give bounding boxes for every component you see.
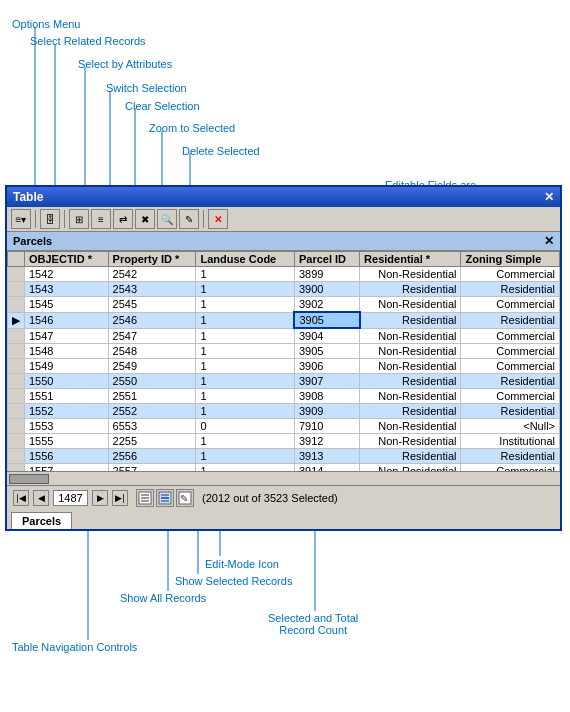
cell-parcelid[interactable]: 3912 xyxy=(294,434,359,449)
cell-propertyid[interactable]: 2552 xyxy=(108,404,196,419)
cell-zoning[interactable]: Residential xyxy=(461,449,560,464)
record-number-input[interactable]: 1487 xyxy=(53,490,88,506)
cell-landuse[interactable]: 1 xyxy=(196,449,295,464)
cell-landuse[interactable]: 0 xyxy=(196,419,295,434)
cell-objectid[interactable]: 1542 xyxy=(25,267,109,282)
cell-landuse[interactable]: 1 xyxy=(196,312,295,328)
cell-zoning[interactable]: Commercial xyxy=(461,389,560,404)
cell-parcelid[interactable]: 3909 xyxy=(294,404,359,419)
first-record-btn[interactable]: |◀ xyxy=(13,490,29,506)
cell-zoning[interactable]: Residential xyxy=(461,374,560,389)
table-row[interactable]: 1555225513912Non-ResidentialInstitutiona… xyxy=(8,434,560,449)
options-menu-btn[interactable]: ≡▾ xyxy=(11,209,31,229)
cell-residential[interactable]: Non-Residential xyxy=(360,267,461,282)
cell-objectid[interactable]: 1556 xyxy=(25,449,109,464)
col-propertyid[interactable]: Property ID * xyxy=(108,252,196,267)
cell-zoning[interactable]: Residential xyxy=(461,282,560,297)
scrollbar-horizontal[interactable] xyxy=(7,471,560,485)
cell-objectid[interactable]: 1546 xyxy=(25,312,109,328)
close-btn[interactable]: ✕ xyxy=(208,209,228,229)
cell-parcelid[interactable]: 3907 xyxy=(294,374,359,389)
switch-sel-btn[interactable]: ⇄ xyxy=(113,209,133,229)
cell-landuse[interactable]: 1 xyxy=(196,267,295,282)
table-row[interactable]: 1551255113908Non-ResidentialCommercial xyxy=(8,389,560,404)
cell-propertyid[interactable]: 2543 xyxy=(108,282,196,297)
tab-parcels[interactable]: Parcels xyxy=(11,512,72,529)
table-row[interactable]: 1547254713904Non-ResidentialCommercial xyxy=(8,328,560,344)
cell-objectid[interactable]: 1549 xyxy=(25,359,109,374)
cell-landuse[interactable]: 1 xyxy=(196,282,295,297)
cell-landuse[interactable]: 1 xyxy=(196,359,295,374)
cell-landuse[interactable]: 1 xyxy=(196,389,295,404)
cell-zoning[interactable]: Commercial xyxy=(461,359,560,374)
cell-objectid[interactable]: 1551 xyxy=(25,389,109,404)
cell-residential[interactable]: Non-Residential xyxy=(360,297,461,313)
cell-landuse[interactable]: 1 xyxy=(196,434,295,449)
table-row[interactable]: 1542254213899Non-ResidentialCommercial xyxy=(8,267,560,282)
close-button[interactable]: ✕ xyxy=(544,190,554,204)
cell-parcelid[interactable]: 3904 xyxy=(294,328,359,344)
cell-propertyid[interactable]: 2549 xyxy=(108,359,196,374)
col-residential[interactable]: Residential * xyxy=(360,252,461,267)
cell-parcelid[interactable]: 3905 xyxy=(294,344,359,359)
cell-residential[interactable]: Residential xyxy=(360,404,461,419)
cell-propertyid[interactable]: 6553 xyxy=(108,419,196,434)
cell-zoning[interactable]: Residential xyxy=(461,312,560,328)
table-row[interactable]: 1553655307910Non-Residential<Null> xyxy=(8,419,560,434)
show-selected-icon[interactable] xyxy=(156,489,174,507)
layer-close-btn[interactable]: ✕ xyxy=(544,234,554,248)
cell-parcelid[interactable]: 3900 xyxy=(294,282,359,297)
table-row[interactable]: ▶1546254613905ResidentialResidential xyxy=(8,312,560,328)
cell-objectid[interactable]: 1548 xyxy=(25,344,109,359)
table-row[interactable]: 1549254913906Non-ResidentialCommercial xyxy=(8,359,560,374)
table-row[interactable]: 1545254513902Non-ResidentialCommercial xyxy=(8,297,560,313)
cell-landuse[interactable]: 1 xyxy=(196,328,295,344)
cell-landuse[interactable]: 1 xyxy=(196,404,295,419)
select-attr-btn[interactable]: ≡ xyxy=(91,209,111,229)
cell-propertyid[interactable]: 2542 xyxy=(108,267,196,282)
cell-propertyid[interactable]: 2255 xyxy=(108,434,196,449)
cell-zoning[interactable]: Commercial xyxy=(461,328,560,344)
cell-parcelid[interactable]: 3905 xyxy=(294,312,359,328)
cell-objectid[interactable]: 1553 xyxy=(25,419,109,434)
cell-objectid[interactable]: 1547 xyxy=(25,328,109,344)
cell-zoning[interactable]: Commercial xyxy=(461,267,560,282)
zoom-sel-btn[interactable]: 🔍 xyxy=(157,209,177,229)
edit-mode-icon[interactable]: ✎ xyxy=(176,489,194,507)
select-related-btn[interactable]: ⊞ xyxy=(69,209,89,229)
show-all-icon[interactable] xyxy=(136,489,154,507)
col-parcelid[interactable]: Parcel ID xyxy=(294,252,359,267)
cell-landuse[interactable]: 1 xyxy=(196,344,295,359)
cell-landuse[interactable]: 1 xyxy=(196,297,295,313)
last-record-btn[interactable]: ▶| xyxy=(112,490,128,506)
cell-objectid[interactable]: 1550 xyxy=(25,374,109,389)
cell-propertyid[interactable]: 2551 xyxy=(108,389,196,404)
cell-residential[interactable]: Non-Residential xyxy=(360,328,461,344)
cell-parcelid[interactable]: 3902 xyxy=(294,297,359,313)
cell-residential[interactable]: Non-Residential xyxy=(360,359,461,374)
cell-zoning[interactable]: Residential xyxy=(461,404,560,419)
cell-parcelid[interactable]: 3906 xyxy=(294,359,359,374)
cell-objectid[interactable]: 1543 xyxy=(25,282,109,297)
cell-residential[interactable]: Residential xyxy=(360,312,461,328)
cell-objectid[interactable]: 1545 xyxy=(25,297,109,313)
cell-residential[interactable]: Non-Residential xyxy=(360,389,461,404)
clear-sel-btn[interactable]: ✖ xyxy=(135,209,155,229)
cell-parcelid[interactable]: 7910 xyxy=(294,419,359,434)
cell-residential[interactable]: Non-Residential xyxy=(360,344,461,359)
cell-landuse[interactable]: 1 xyxy=(196,464,295,472)
table-row[interactable]: 1552255213909ResidentialResidential xyxy=(8,404,560,419)
col-objectid[interactable]: OBJECTID * xyxy=(25,252,109,267)
cell-parcelid[interactable]: 3913 xyxy=(294,449,359,464)
cell-residential[interactable]: Non-Residential xyxy=(360,419,461,434)
cell-objectid[interactable]: 1552 xyxy=(25,404,109,419)
table-row[interactable]: 1557255713914Non-ResidentialCommercial xyxy=(8,464,560,472)
next-record-btn[interactable]: ▶ xyxy=(92,490,108,506)
cell-propertyid[interactable]: 2548 xyxy=(108,344,196,359)
cell-propertyid[interactable]: 2546 xyxy=(108,312,196,328)
cell-parcelid[interactable]: 3899 xyxy=(294,267,359,282)
col-landuse[interactable]: Landuse Code xyxy=(196,252,295,267)
cell-zoning[interactable]: <Null> xyxy=(461,419,560,434)
cell-residential[interactable]: Residential xyxy=(360,282,461,297)
cell-parcelid[interactable]: 3914 xyxy=(294,464,359,472)
